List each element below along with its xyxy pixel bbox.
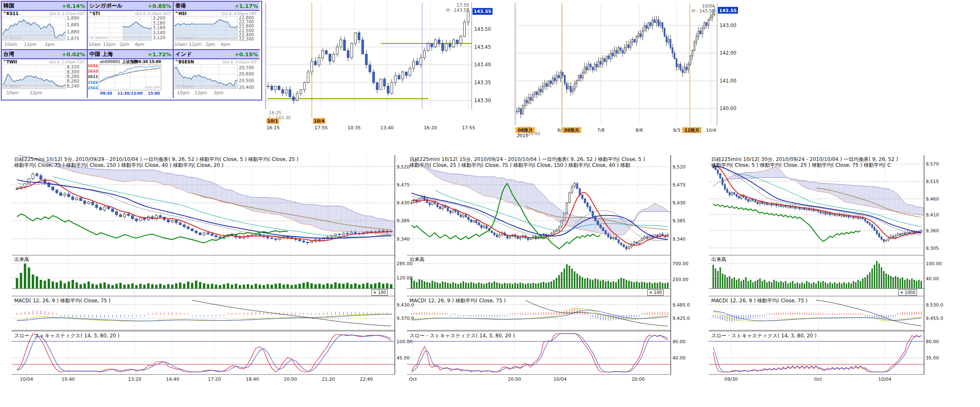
svg-text:H : 143.55: H : 143.55	[692, 8, 715, 13]
nikkei-30min-chart: 09/30Oct10/049,5709,5159,4609,4109,3609,…	[709, 155, 965, 389]
svg-text:12限月: 12限月	[684, 128, 700, 133]
market-name: 台湾	[3, 50, 14, 58]
svg-text:12pm: 12pm	[30, 90, 42, 95]
svg-text:^STI: ^STI	[89, 11, 100, 16]
svg-text:9/3: 9/3	[673, 128, 680, 133]
svg-text:08限月: 08限月	[518, 128, 533, 133]
svg-text:3,160: 3,160	[153, 25, 165, 30]
market-name: 香港	[175, 2, 186, 10]
svg-text:3,200: 3,200	[153, 15, 165, 20]
svg-text:10/04: 10/04	[553, 377, 567, 382]
market-sparkline: sh000001上证指数09-30 15:0026562633261125882…	[88, 59, 172, 98]
svg-text:9,460: 9,460	[926, 196, 939, 202]
svg-text:20,400: 20,400	[239, 85, 254, 90]
market-change-percent: +1.72%	[148, 51, 171, 58]
market-header: シンガポール+0.85%	[88, 2, 173, 11]
svg-text:9,530.0: 9,530.0	[926, 302, 943, 308]
svg-text:15:00: 15:00	[148, 91, 160, 95]
svg-text:14:40: 14:40	[166, 377, 179, 382]
svg-text:9,305: 9,305	[926, 246, 939, 251]
price-pane	[411, 159, 695, 251]
svg-text:© Yahoo!: © Yahoo!	[176, 84, 194, 88]
svg-text:143.55: 143.55	[474, 9, 491, 14]
svg-text:18:40: 18:40	[246, 377, 259, 382]
market-cell-5[interactable]: インド+0.15%^BSESNOct 4, 3:02pm IST10am12pm…	[174, 50, 260, 98]
trading-dashboard: 韓国+0.14%^KS11Oct 4, 2:57pm KST10am12pm2p…	[0, 0, 980, 407]
svg-text:3,140: 3,140	[153, 30, 165, 35]
svg-text:10/04: 10/04	[878, 377, 892, 382]
svg-text:143.40: 143.40	[474, 62, 491, 68]
svg-text:8,280: 8,280	[67, 74, 79, 79]
svg-text:2pm: 2pm	[214, 90, 224, 95]
svg-text:141.00: 141.00	[720, 78, 736, 84]
svg-text:13:40: 13:40	[381, 125, 394, 131]
nikkei-5min-chart: 10/0410:4013:2014:4017:2018:4020:0021:20…	[12, 155, 416, 389]
svg-text:12pm: 12pm	[103, 42, 116, 47]
svg-text:10am: 10am	[6, 90, 19, 95]
svg-text:2588: 2588	[88, 80, 98, 85]
svg-text:40.00: 40.00	[672, 355, 686, 361]
svg-text:^HSI: ^HSI	[175, 11, 187, 16]
svg-text:2010: 2010	[517, 133, 528, 138]
market-sparkline: ^STIOct 4, 4:59pm SGT10am12pm2pm4pm3,200…	[88, 11, 172, 49]
svg-text:Oct 4, 1:29pm CST: Oct 4, 1:29pm CST	[49, 60, 85, 64]
market-cell-4[interactable]: 中国 上海+1.72%sh000001上证指数09-30 15:00265626…	[88, 50, 174, 98]
svg-text:9,570: 9,570	[926, 161, 939, 167]
svg-text:16:25: 16:25	[269, 110, 281, 115]
market-name: 韓国	[3, 2, 14, 10]
svg-text:140.00: 140.00	[720, 106, 736, 111]
svg-text:Oct 4, 3:02pm IST: Oct 4, 3:02pm IST	[223, 60, 257, 64]
svg-text:700.00: 700.00	[672, 261, 689, 266]
svg-text:10/04: 10/04	[702, 3, 715, 8]
svg-text:9,425.0: 9,425.0	[672, 316, 690, 321]
svg-text:1,880: 1,880	[67, 29, 79, 34]
svg-text:8,260: 8,260	[67, 78, 79, 83]
svg-text:143.00: 143.00	[720, 23, 736, 28]
svg-text:^BSESN: ^BSESN	[175, 60, 194, 64]
svg-text:8,320: 8,320	[67, 64, 79, 69]
market-sparkline: ^TWIIOct 4, 1:29pm CST10am12pm8,3208,300…	[2, 59, 86, 98]
volume-scale-badge: ✕ 100	[647, 289, 664, 296]
svg-text:^TWII: ^TWII	[3, 60, 17, 64]
market-sparkline: ^BSESNOct 4, 3:02pm IST10am12pm2pm20,700…	[174, 59, 258, 98]
svg-text:13:20: 13:20	[128, 377, 141, 382]
svg-text:10am: 10am	[88, 42, 101, 47]
svg-text:9,340: 9,340	[672, 236, 686, 242]
svg-text:Oct: Oct	[814, 377, 822, 382]
svg-text:35.00: 35.00	[926, 355, 939, 361]
svg-text:2pm: 2pm	[205, 42, 215, 47]
volume-scale-badge: ✕ 100	[371, 289, 388, 296]
svg-text:12pm: 12pm	[189, 42, 202, 47]
market-change-percent: +0.14%	[62, 3, 85, 9]
market-name: シンガポール	[89, 2, 123, 10]
price-pane	[16, 155, 416, 245]
svg-text:09:30: 09:30	[100, 91, 112, 95]
svg-text:2656: 2656	[88, 64, 98, 68]
svg-text:8,240: 8,240	[67, 83, 79, 88]
fx-intraday-candle-chart: 143.50143.45143.40143.35143.3016:1517:55…	[263, 0, 503, 138]
market-cell-2[interactable]: 香港+1.17%^HSIOct 4, 4:00pm HKT10am12pm2pm…	[174, 2, 260, 50]
market-cell-0[interactable]: 韓国+0.14%^KS11Oct 4, 2:57pm KST10am12pm2p…	[2, 2, 88, 50]
svg-text:^KS11: ^KS11	[3, 11, 18, 16]
svg-text:143.35: 143.35	[474, 80, 491, 85]
svg-text:8,300: 8,300	[67, 69, 79, 74]
svg-text:20,600: 20,600	[239, 71, 254, 76]
market-header: 中国 上海+1.72%	[88, 50, 173, 59]
svg-text:142.00: 142.00	[720, 50, 736, 56]
asia-markets-grid: 韓国+0.14%^KS11Oct 4, 2:57pm KST10am12pm2p…	[1, 1, 262, 100]
svg-text:12pm: 12pm	[194, 90, 207, 95]
svg-text:16:15: 16:15	[266, 125, 280, 131]
market-cell-1[interactable]: シンガポール+0.85%^STIOct 4, 4:59pm SGT10am12p…	[88, 2, 174, 50]
svg-text:22,300: 22,300	[239, 36, 254, 41]
svg-text:09-30 15:00: 09-30 15:00	[136, 60, 161, 64]
svg-text:17:55: 17:55	[315, 125, 328, 131]
nikkei-15min-chart: Oct20:0010/0420:009,5209,4759,4309,3859,…	[407, 155, 695, 389]
svg-text:09/30: 09/30	[725, 377, 738, 382]
svg-text:4pm: 4pm	[221, 42, 231, 47]
svg-text:2633: 2633	[88, 69, 98, 73]
svg-text:09限月: 09限月	[564, 128, 579, 133]
market-cell-3[interactable]: 台湾+0.02%^TWIIOct 4, 1:29pm CST10am12pm8,…	[2, 50, 88, 98]
market-header: 韓国+0.14%	[2, 2, 87, 11]
svg-text:© Yahoo!: © Yahoo!	[4, 36, 22, 40]
market-change-percent: +1.17%	[235, 3, 258, 9]
